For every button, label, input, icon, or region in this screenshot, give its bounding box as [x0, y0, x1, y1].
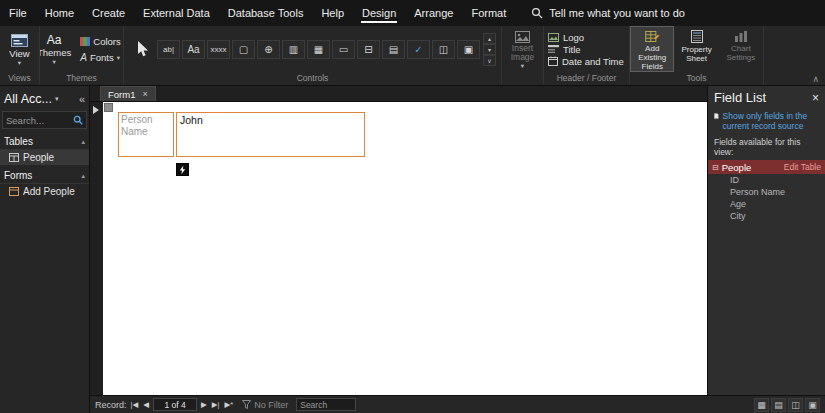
field-item-age[interactable]: Age — [708, 198, 825, 210]
no-filter-button[interactable]: No Filter — [242, 400, 288, 410]
form-view-icon — [11, 34, 28, 47]
chart-settings-label: Chart Settings — [719, 44, 763, 62]
first-record-button[interactable]: |◀ — [130, 400, 140, 409]
themes-button[interactable]: Aa Themes ▾ — [40, 28, 74, 70]
label-control-button[interactable]: Aa — [182, 40, 205, 59]
menu-database-tools[interactable]: Database Tools — [219, 0, 313, 26]
new-record-button[interactable]: ▶* — [224, 400, 235, 409]
text-box-control-button[interactable]: ab| — [157, 40, 180, 59]
ribbon: View ▾ Views Aa Themes ▾ Colors ▾ — [0, 26, 825, 86]
collapse-ribbon-icon[interactable]: ∧ — [812, 74, 819, 84]
person-name-label-control[interactable]: Person Name — [118, 112, 174, 157]
navigation-control-button[interactable]: ▦ — [307, 40, 330, 59]
last-record-button[interactable]: ▶| — [211, 400, 221, 409]
show-only-fields-link[interactable]: Show only fields in the current record s… — [708, 107, 825, 133]
tab-control-button[interactable]: ▢ — [232, 40, 255, 59]
nav-pane-title: All Acc... — [4, 92, 52, 106]
nav-item-add-people[interactable]: Add People — [0, 184, 89, 199]
edit-table-link[interactable]: Edit Table — [784, 162, 821, 172]
menu-external-data[interactable]: External Data — [134, 0, 219, 26]
menu-home[interactable]: Home — [36, 0, 83, 26]
tell-me-box[interactable]: Tell me what you want to do — [531, 0, 685, 26]
form-view-shortcut-icon[interactable]: ▦ — [754, 398, 769, 412]
command-button-control-button[interactable]: xxxx — [207, 40, 230, 59]
view-label: View — [9, 48, 29, 59]
field-item-person-name[interactable]: Person Name — [708, 186, 825, 198]
record-search-box[interactable] — [296, 398, 356, 411]
shutter-bar-icon[interactable]: « — [79, 93, 85, 105]
property-sheet-button[interactable]: Property Sheet — [674, 26, 718, 72]
next-record-button[interactable]: ▶ — [200, 400, 208, 409]
record-position-box[interactable]: 1 of 4 — [153, 398, 197, 411]
tools-group-label: Tools — [630, 72, 763, 85]
list-box-control-button[interactable]: ▤ — [382, 40, 405, 59]
scroll-down-icon[interactable]: ▾ — [483, 44, 496, 55]
nav-search-input[interactable] — [6, 115, 71, 126]
combo-box-control-button[interactable]: ⊟ — [357, 40, 380, 59]
collapse-section-icon[interactable]: ▴ — [81, 172, 85, 180]
menu-help[interactable]: Help — [312, 0, 353, 26]
insert-image-label: Insert Image — [507, 44, 539, 62]
field-item-city[interactable]: City — [708, 210, 825, 222]
ribbon-group-themes: Aa Themes ▾ Colors ▾ A Fonts ▾ — [40, 26, 124, 85]
field-list-table-people[interactable]: ⊟ People Edit Table — [708, 160, 825, 174]
nav-search-box[interactable] — [2, 111, 87, 129]
colors-icon — [80, 37, 90, 46]
title-button[interactable]: Title — [548, 44, 581, 55]
fonts-label: Fonts — [90, 52, 114, 63]
hyperlink-control-button[interactable]: ⊕ — [257, 40, 280, 59]
close-icon[interactable]: × — [142, 89, 147, 99]
design-left-margin — [90, 102, 103, 395]
form-selector-box[interactable] — [104, 103, 113, 112]
lightning-icon — [179, 165, 186, 175]
select-pointer-icon — [136, 41, 149, 58]
design-view-shortcut-icon[interactable]: ▣ — [805, 398, 820, 412]
attachment-control-button[interactable]: ◫ — [432, 40, 455, 59]
view-button[interactable]: View ▾ — [6, 28, 32, 70]
tables-section-label: Tables — [4, 136, 33, 147]
option-group-control-button[interactable]: ▭ — [332, 40, 355, 59]
layout-view-shortcut-icon[interactable]: ◫ — [788, 398, 803, 412]
menu-design[interactable]: Design — [353, 0, 405, 26]
collapse-section-icon[interactable]: ▴ — [81, 138, 85, 146]
date-and-time-button[interactable]: Date and Time — [548, 56, 624, 67]
nav-item-people[interactable]: People — [0, 150, 89, 165]
chevron-down-icon: ▾ — [18, 60, 21, 65]
logo-icon — [548, 33, 559, 42]
document-area: Form1 × Person Name John — [90, 86, 825, 413]
ribbon-group-header-footer: Logo Title Date and Time Header / Footer — [544, 26, 630, 85]
person-name-textbox-control[interactable]: John — [176, 112, 365, 157]
menu-format[interactable]: Format — [462, 0, 515, 26]
check-box-control-button[interactable]: ✓ — [407, 40, 430, 59]
menu-arrange[interactable]: Arrange — [405, 0, 462, 26]
logo-button[interactable]: Logo — [548, 32, 584, 43]
image-control-button[interactable]: ▣ — [457, 40, 480, 59]
record-search-input[interactable] — [300, 400, 352, 410]
datasheet-view-shortcut-icon[interactable]: ▤ — [771, 398, 786, 412]
nav-section-forms[interactable]: Forms ▴ — [0, 167, 89, 184]
ribbon-group-views: View ▾ Views — [0, 26, 40, 85]
colors-button[interactable]: Colors ▾ — [78, 35, 124, 48]
error-options-button[interactable] — [176, 163, 189, 176]
date-and-time-label: Date and Time — [562, 56, 624, 67]
select-pointer-button[interactable] — [129, 31, 156, 67]
fonts-button[interactable]: A Fonts ▾ — [78, 51, 124, 64]
tab-form1[interactable]: Form1 × — [100, 86, 156, 101]
gallery-more-icon[interactable]: ∨ — [483, 55, 496, 66]
controls-group-label: Controls — [124, 72, 501, 85]
ribbon-group-insert-image: Insert Image ▾ — [502, 26, 544, 85]
scroll-up-icon[interactable]: ▴ — [483, 33, 496, 44]
add-existing-fields-button[interactable]: Add Existing Fields — [630, 26, 674, 72]
menu-file[interactable]: File — [0, 0, 36, 26]
previous-record-button[interactable]: ◀ — [142, 400, 150, 409]
web-browser-control-button[interactable]: ▥ — [282, 40, 305, 59]
field-item-id[interactable]: ID — [708, 174, 825, 186]
collapse-table-icon[interactable]: ⊟ — [712, 163, 719, 172]
nav-section-tables[interactable]: Tables ▴ — [0, 133, 89, 150]
no-filter-label: No Filter — [254, 400, 288, 410]
form-design-canvas[interactable]: Person Name John — [103, 102, 707, 395]
close-icon[interactable]: × — [812, 92, 819, 104]
menu-create[interactable]: Create — [83, 0, 134, 26]
nav-pane-title-bar[interactable]: All Acc... ▾ « — [0, 86, 89, 110]
image-icon — [515, 31, 530, 43]
